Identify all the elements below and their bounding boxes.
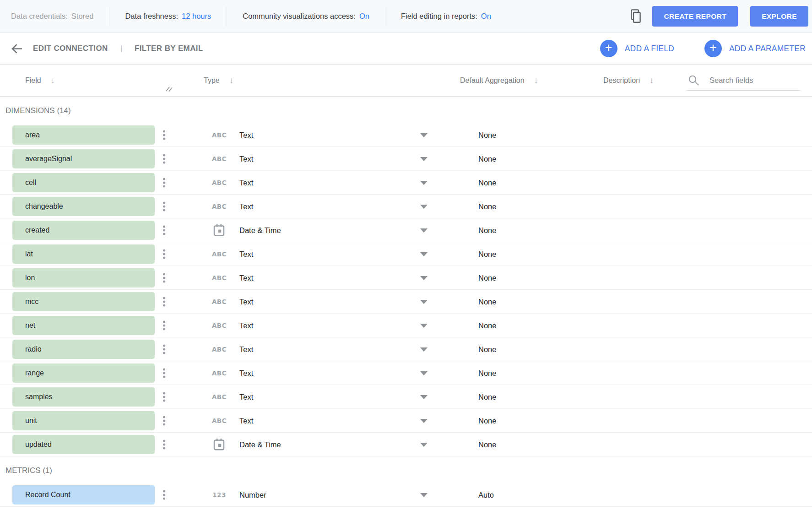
dropdown-arrow-icon[interactable]: [420, 300, 428, 304]
aggregation-value[interactable]: None: [478, 392, 496, 401]
sort-arrow-icon[interactable]: ↓: [229, 76, 234, 86]
aggregation-value[interactable]: None: [478, 130, 496, 139]
explore-button[interactable]: EXPLORE: [750, 6, 808, 27]
aggregation-value[interactable]: None: [478, 273, 496, 282]
field-row: lat ABC Text None: [0, 242, 812, 266]
more-options-icon[interactable]: [160, 176, 168, 189]
status-value[interactable]: On: [359, 12, 369, 21]
more-options-icon[interactable]: [160, 223, 168, 237]
dropdown-arrow-icon[interactable]: [420, 443, 428, 447]
sort-arrow-icon[interactable]: ↓: [534, 76, 539, 86]
more-options-icon[interactable]: [160, 319, 168, 332]
dimensions-section: DIMENSIONS (14) area ABC Text None: [0, 97, 812, 456]
aggregation-value[interactable]: Auto: [478, 490, 494, 499]
field-row: changeable ABC Text None: [0, 195, 812, 218]
more-options-icon[interactable]: [160, 390, 168, 403]
dropdown-arrow-icon[interactable]: [420, 133, 428, 137]
search-fields-input[interactable]: [709, 76, 792, 85]
aggregation-value[interactable]: None: [478, 345, 496, 353]
status-value[interactable]: On: [481, 12, 491, 21]
aggregation-value[interactable]: None: [478, 250, 496, 258]
more-options-icon[interactable]: [160, 271, 168, 284]
type-label: Text: [239, 345, 253, 353]
dropdown-arrow-icon[interactable]: [420, 371, 428, 375]
column-label: Field: [25, 76, 41, 85]
field-name-label: changeable: [25, 202, 63, 211]
aggregation-value[interactable]: None: [478, 154, 496, 163]
more-options-icon[interactable]: [160, 247, 168, 260]
dropdown-arrow-icon[interactable]: [420, 493, 428, 497]
sort-arrow-icon[interactable]: ↓: [650, 76, 654, 86]
column-header[interactable]: Default Aggregation ↓: [460, 76, 538, 86]
dropdown-arrow-icon[interactable]: [420, 276, 428, 280]
more-options-icon[interactable]: [160, 438, 168, 451]
field-name-chip[interactable]: created: [12, 221, 155, 240]
status-value[interactable]: Stored: [71, 12, 94, 21]
aggregation-value[interactable]: None: [478, 202, 496, 211]
more-options-icon[interactable]: [160, 152, 168, 165]
field-name-label: area: [25, 131, 40, 139]
field-name-chip[interactable]: range: [12, 364, 155, 383]
status-items: Data credentials: Stored Data freshness:…: [11, 7, 491, 26]
dropdown-arrow-icon[interactable]: [420, 181, 428, 185]
status-item: Data freshness: 12 hours: [125, 12, 211, 21]
aggregation-value[interactable]: None: [478, 297, 496, 306]
dropdown-arrow-icon[interactable]: [420, 347, 428, 352]
aggregation-value[interactable]: None: [478, 226, 496, 234]
field-name-chip[interactable]: lon: [12, 268, 155, 288]
dropdown-arrow-icon[interactable]: [420, 157, 428, 161]
create-report-button[interactable]: CREATE REPORT: [652, 6, 738, 27]
aggregation-value[interactable]: None: [478, 178, 496, 187]
back-button[interactable]: [10, 42, 23, 55]
filter-by-email-button[interactable]: FILTER BY EMAIL: [135, 44, 203, 53]
more-options-icon[interactable]: [160, 488, 168, 501]
type-label: Text: [239, 369, 253, 377]
aggregation-value[interactable]: None: [478, 321, 496, 330]
column-label: Default Aggregation: [460, 76, 525, 85]
field-name-chip[interactable]: changeable: [12, 197, 155, 216]
dropdown-arrow-icon[interactable]: [420, 395, 428, 399]
status-value[interactable]: 12 hours: [182, 12, 211, 21]
dropdown-arrow-icon[interactable]: [420, 419, 428, 423]
content-copy-icon: [629, 8, 643, 25]
more-options-icon[interactable]: [160, 295, 168, 308]
field-name-chip[interactable]: cell: [12, 173, 155, 192]
sort-arrow-icon[interactable]: ↓: [51, 76, 55, 86]
type-label: Text: [239, 202, 253, 211]
field-name-chip[interactable]: mcc: [12, 292, 155, 311]
datasource-fields-page: Data credentials: Stored Data freshness:…: [0, 0, 812, 510]
add-a-parameter-button[interactable]: + ADD A PARAMETER: [704, 40, 806, 57]
field-name-label: created: [25, 226, 49, 234]
field-name-chip[interactable]: unit: [12, 411, 155, 430]
column-resize-handle[interactable]: [166, 86, 173, 92]
dropdown-arrow-icon[interactable]: [420, 228, 428, 233]
dropdown-arrow-icon[interactable]: [420, 205, 428, 209]
more-options-icon[interactable]: [160, 200, 168, 213]
field-name-chip[interactable]: samples: [12, 387, 155, 407]
field-name-chip[interactable]: Record Count: [12, 485, 155, 505]
column-header[interactable]: Type ↓: [204, 76, 233, 86]
field-name-label: range: [25, 369, 44, 377]
aggregation-value[interactable]: None: [478, 440, 496, 449]
field-row: radio ABC Text None: [0, 337, 812, 361]
edit-connection-button[interactable]: EDIT CONNECTION: [33, 44, 108, 53]
field-name-chip[interactable]: averageSignal: [12, 149, 155, 168]
field-name-chip[interactable]: lat: [12, 244, 155, 264]
field-name-chip[interactable]: updated: [12, 435, 155, 454]
aggregation-value[interactable]: None: [478, 416, 496, 425]
more-options-icon[interactable]: [160, 342, 168, 356]
more-options-icon[interactable]: [160, 366, 168, 380]
search-fields-box[interactable]: [687, 71, 800, 91]
field-name-chip[interactable]: area: [12, 125, 155, 145]
field-name-chip[interactable]: net: [12, 316, 155, 335]
column-header[interactable]: Field ↓: [25, 76, 55, 86]
more-options-icon[interactable]: [160, 414, 168, 427]
aggregation-value[interactable]: None: [478, 369, 496, 377]
field-name-chip[interactable]: radio: [12, 340, 155, 359]
dropdown-arrow-icon[interactable]: [420, 252, 428, 256]
column-header[interactable]: Description ↓: [603, 76, 654, 86]
dropdown-arrow-icon[interactable]: [420, 324, 428, 328]
add-a-field-button[interactable]: + ADD A FIELD: [600, 40, 674, 57]
copy-datasource-button[interactable]: [629, 8, 643, 25]
more-options-icon[interactable]: [160, 128, 168, 141]
